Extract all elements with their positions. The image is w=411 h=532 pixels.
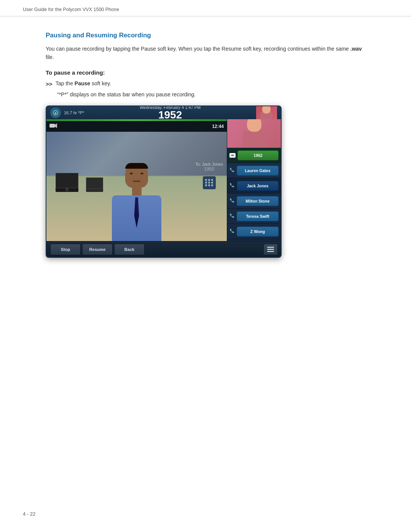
video-timer: 12:44	[212, 124, 224, 129]
back-soft-key[interactable]: Back	[114, 244, 145, 255]
contact-item[interactable]: Milton Stone	[227, 193, 281, 209]
person-body	[112, 163, 161, 241]
phone-line-icon	[229, 167, 235, 174]
ext-number: 1950	[195, 166, 223, 172]
contact-btn-zwong[interactable]: Z Wong	[237, 227, 279, 236]
video-overlay-info: To: Jack Jones 1950	[195, 162, 223, 189]
contact-btn-lauren[interactable]: Lauren Gates	[237, 166, 279, 176]
contact-item[interactable]: Jack Jones	[227, 178, 281, 193]
contact-btn-1952[interactable]: 1952	[237, 150, 279, 160]
svg-rect-4	[267, 247, 274, 248]
phone-line-icon	[229, 198, 235, 204]
sub-heading: To pause a recording:	[46, 69, 365, 76]
phone-line-icon	[229, 213, 235, 220]
arrow-icon: >>	[46, 81, 53, 87]
person-head	[125, 163, 148, 188]
sidebar-avatar	[227, 119, 281, 148]
contact-item[interactable]: Teresa Swift	[227, 209, 281, 224]
person-neck	[132, 188, 142, 195]
svg-rect-2	[49, 124, 55, 128]
camera-icon	[49, 123, 57, 130]
sidebar: HD 1952 Lauren Gates Jack Jones	[227, 119, 281, 241]
datetime-display: Wednesday, February 4 1:47 PM 1952	[140, 105, 201, 120]
phone-number-large: 1952	[140, 110, 201, 120]
stop-soft-key[interactable]: Stop	[50, 244, 81, 255]
page-header: User Guide for the Polycom VVX 1500 Phon…	[0, 0, 411, 16]
person-tie	[133, 197, 140, 228]
recording-info: 16.7 hr *P*	[64, 110, 84, 115]
keypad-dots	[205, 179, 213, 186]
svg-text:⚡: ⚡	[54, 111, 57, 115]
main-area: 12:44	[46, 119, 281, 241]
video-feed: To: Jack Jones 1950	[46, 132, 227, 241]
instruction-note: “*P*” displays on the status bar when yo…	[57, 90, 365, 99]
resume-soft-key[interactable]: Resume	[82, 244, 113, 255]
contact-item[interactable]: Lauren Gates	[227, 163, 281, 178]
header-title: User Guide for the Polycom VVX 1500 Phon…	[23, 7, 119, 12]
page-number: 4 - 22	[23, 511, 35, 517]
body-text-end: file.	[46, 54, 54, 60]
usb-icon: ⚡	[50, 107, 61, 118]
body-text-1: You can pause recording by tapping the P…	[46, 46, 350, 52]
status-bar: ⚡ 16.7 hr *P* Wednesday, February 4 1:47…	[46, 106, 281, 119]
contact-btn-milton[interactable]: Milton Stone	[237, 196, 279, 206]
menu-button[interactable]	[263, 244, 278, 255]
video-top-bar: 12:44	[46, 121, 227, 132]
instruction-text: Tap the Pause soft key.	[56, 80, 111, 86]
body-keyword: .wav	[350, 46, 362, 52]
phone-line-icon	[229, 228, 235, 235]
person-shirt	[112, 195, 161, 241]
phone-screen: ⚡ 16.7 hr *P* Wednesday, February 4 1:47…	[46, 105, 282, 258]
status-left: ⚡ 16.7 hr *P*	[50, 107, 84, 118]
soft-keys-bar: Stop Resume Back	[46, 241, 281, 257]
page-footer: 4 - 22	[23, 511, 35, 517]
instruction-row: >> Tap the Pause soft key.	[46, 80, 365, 87]
video-area: 12:44	[46, 119, 227, 241]
svg-rect-5	[267, 249, 274, 250]
svg-marker-3	[55, 123, 57, 128]
keypad-icon[interactable]	[203, 176, 216, 189]
contact-item[interactable]: HD 1952	[227, 148, 281, 163]
hd-badge: HD	[229, 153, 236, 158]
section-title: Pausing and Resuming Recording	[46, 32, 365, 39]
body-text: You can pause recording by tapping the P…	[46, 45, 365, 62]
monitor-right	[86, 177, 103, 192]
main-content: Pausing and Resuming Recording You can p…	[0, 16, 411, 281]
svg-rect-6	[267, 251, 274, 252]
to-label: To: Jack Jones	[195, 162, 223, 166]
phone-line-icon	[229, 182, 235, 189]
contact-btn-teresa[interactable]: Teresa Swift	[237, 211, 279, 221]
contact-btn-jack[interactable]: Jack Jones	[237, 181, 279, 191]
monitor-left	[56, 173, 78, 192]
contact-item[interactable]: Z Wong	[227, 224, 281, 239]
